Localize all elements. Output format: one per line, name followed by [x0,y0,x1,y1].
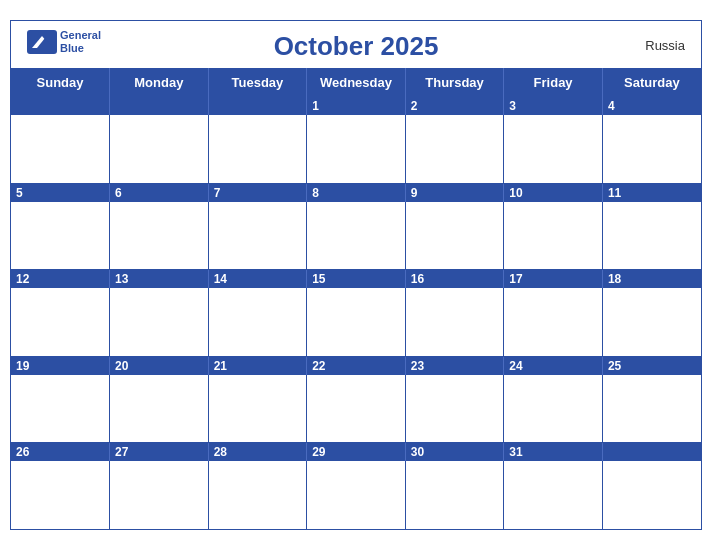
date-num-w1-d3 [208,97,307,115]
date-num-w4-d2: 20 [110,356,209,375]
day-header-friday: Friday [504,68,603,97]
date-num-w5-d4: 29 [307,443,406,462]
date-num-w1-d4: 1 [307,97,406,115]
logo-general-text: General [60,29,101,42]
date-cell-w2-d1 [11,202,110,270]
date-cell-w5-d2 [110,461,209,529]
date-num-w2-d3: 7 [208,183,307,202]
logo-blue-text: Blue [60,42,101,55]
date-num-w2-d4: 8 [307,183,406,202]
calendar-title: October 2025 [274,31,439,62]
logo-area: General Blue [27,29,101,55]
date-cell-w3-d7 [602,288,701,356]
date-num-w5-d1: 26 [11,443,110,462]
date-num-w3-d2: 13 [110,270,209,289]
date-num-w1-d1 [11,97,110,115]
date-cell-w1-d4 [307,115,406,183]
date-num-w4-d1: 19 [11,356,110,375]
logo-icon [27,30,57,54]
date-num-w3-d3: 14 [208,270,307,289]
week-num-row-4: 19202122232425 [11,356,701,375]
calendar-body: 1234567891011121314151617181920212223242… [11,97,701,529]
date-num-w2-d6: 10 [504,183,603,202]
date-cell-w2-d2 [110,202,209,270]
day-header-monday: Monday [110,68,209,97]
date-num-w2-d2: 6 [110,183,209,202]
country-label: Russia [645,37,685,52]
date-cell-w4-d2 [110,375,209,443]
date-num-w5-d5: 30 [405,443,504,462]
date-num-w5-d2: 27 [110,443,209,462]
date-cell-w3-d5 [405,288,504,356]
logo-wrapper: General Blue [27,29,101,55]
day-header-wednesday: Wednesday [307,68,406,97]
date-cell-w3-d1 [11,288,110,356]
week-body-row-2 [11,202,701,270]
week-body-row-3 [11,288,701,356]
date-num-w4-d3: 21 [208,356,307,375]
calendar-header: General Blue October 2025 Russia [11,21,701,68]
date-cell-w5-d4 [307,461,406,529]
date-num-w1-d7: 4 [602,97,701,115]
date-cell-w4-d5 [405,375,504,443]
date-num-w3-d6: 17 [504,270,603,289]
date-cell-w1-d2 [110,115,209,183]
date-num-w2-d1: 5 [11,183,110,202]
date-num-w2-d7: 11 [602,183,701,202]
week-num-row-5: 262728293031 [11,443,701,462]
date-cell-w3-d4 [307,288,406,356]
week-body-row-1 [11,115,701,183]
day-header-sunday: Sunday [11,68,110,97]
date-cell-w4-d6 [504,375,603,443]
date-num-w3-d1: 12 [11,270,110,289]
date-cell-w3-d3 [208,288,307,356]
day-header-thursday: Thursday [405,68,504,97]
date-cell-w5-d5 [405,461,504,529]
date-num-w1-d2 [110,97,209,115]
date-cell-w3-d2 [110,288,209,356]
week-num-row-3: 12131415161718 [11,270,701,289]
date-cell-w1-d6 [504,115,603,183]
date-cell-w1-d3 [208,115,307,183]
date-cell-w2-d3 [208,202,307,270]
week-body-row-4 [11,375,701,443]
date-num-w5-d6: 31 [504,443,603,462]
date-num-w1-d6: 3 [504,97,603,115]
date-num-w3-d7: 18 [602,270,701,289]
date-num-w5-d7 [602,443,701,462]
date-cell-w4-d3 [208,375,307,443]
date-num-w1-d5: 2 [405,97,504,115]
date-cell-w1-d5 [405,115,504,183]
date-num-w4-d6: 24 [504,356,603,375]
day-header-saturday: Saturday [602,68,701,97]
date-cell-w5-d3 [208,461,307,529]
date-num-w3-d5: 16 [405,270,504,289]
calendar-table: Sunday Monday Tuesday Wednesday Thursday… [11,68,701,529]
date-num-w4-d7: 25 [602,356,701,375]
date-cell-w5-d1 [11,461,110,529]
date-num-w4-d5: 23 [405,356,504,375]
date-cell-w1-d1 [11,115,110,183]
date-cell-w1-d7 [602,115,701,183]
date-cell-w5-d6 [504,461,603,529]
date-num-w2-d5: 9 [405,183,504,202]
week-body-row-5 [11,461,701,529]
week-num-row-1: 1234 [11,97,701,115]
date-cell-w2-d4 [307,202,406,270]
logo-text: General Blue [60,29,101,55]
date-cell-w2-d5 [405,202,504,270]
date-num-w4-d4: 22 [307,356,406,375]
date-cell-w4-d4 [307,375,406,443]
week-num-row-2: 567891011 [11,183,701,202]
date-cell-w5-d7 [602,461,701,529]
days-header-row: Sunday Monday Tuesday Wednesday Thursday… [11,68,701,97]
calendar: General Blue October 2025 Russia Sunday … [10,20,702,530]
date-cell-w2-d6 [504,202,603,270]
date-cell-w3-d6 [504,288,603,356]
date-cell-w4-d7 [602,375,701,443]
date-cell-w4-d1 [11,375,110,443]
day-header-tuesday: Tuesday [208,68,307,97]
date-cell-w2-d7 [602,202,701,270]
date-num-w3-d4: 15 [307,270,406,289]
date-num-w5-d3: 28 [208,443,307,462]
